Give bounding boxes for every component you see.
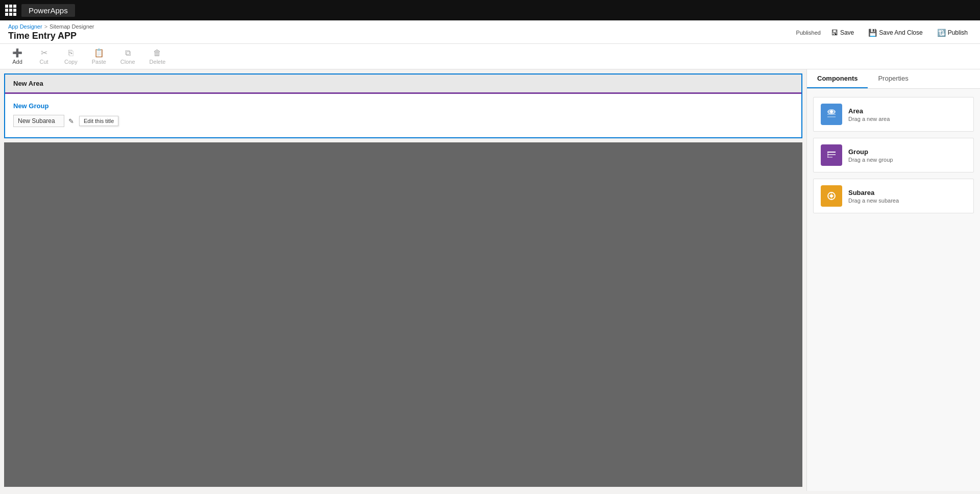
main-layout: New Area New Group New Subarea ✎ Edit th… — [0, 69, 980, 491]
paste-label: Paste — [92, 59, 106, 65]
save-close-icon: 💾 — [868, 29, 877, 37]
breadcrumb: App Designer > Sitemap Designer — [8, 23, 94, 30]
group-component-info: Group Drag a new group — [848, 148, 893, 163]
waffle-menu-icon[interactable] — [5, 5, 16, 16]
breadcrumb-separator: > — [44, 23, 47, 30]
save-close-label: Save And Close — [879, 29, 922, 36]
area-component-name: Area — [848, 107, 890, 115]
tab-components[interactable]: Components — [807, 69, 868, 88]
svg-rect-2 — [827, 152, 836, 153]
area-label: New Area — [13, 80, 43, 87]
component-card-group[interactable]: Group Drag a new group — [813, 138, 974, 172]
paste-icon: 📋 — [94, 48, 104, 58]
add-icon: ➕ — [12, 48, 22, 58]
area-component-info: Area Drag a new area — [848, 107, 890, 122]
breadcrumb-sitemap-designer: Sitemap Designer — [50, 23, 94, 30]
header-left: App Designer > Sitemap Designer Time Ent… — [8, 23, 94, 41]
right-panel: Components Properties Area Drag a ne — [806, 69, 980, 491]
published-status: Published — [796, 30, 821, 36]
group-component-name: Group — [848, 148, 893, 156]
subarea-row: New Subarea ✎ Edit this title — [13, 115, 793, 127]
toolbar-paste: 📋 Paste — [89, 47, 109, 66]
edit-subarea-button[interactable]: ✎ — [67, 116, 75, 126]
delete-icon: 🗑 — [153, 48, 161, 58]
publish-button[interactable]: 🔃 Publish — [933, 27, 972, 39]
toolbar-cut: ✂ Cut — [35, 47, 53, 66]
cut-icon: ✂ — [41, 48, 47, 58]
tab-properties[interactable]: Properties — [868, 69, 918, 88]
top-navigation-bar: PowerApps — [0, 0, 980, 20]
clone-label: Clone — [120, 59, 135, 65]
group-component-icon — [821, 144, 842, 166]
header-right: Published 🖫 Save 💾 Save And Close 🔃 Publ… — [796, 27, 972, 39]
breadcrumb-app-designer[interactable]: App Designer — [8, 23, 42, 30]
subarea-component-info: Subarea Drag a new subarea — [848, 189, 899, 204]
publish-label: Publish — [948, 29, 968, 36]
canvas-area: New Area New Group New Subarea ✎ Edit th… — [0, 69, 806, 491]
app-name-label: PowerApps — [21, 4, 75, 17]
copy-label: Copy — [64, 59, 78, 65]
component-card-area[interactable]: Area Drag a new area — [813, 97, 974, 132]
toolbar-add[interactable]: ➕ Add — [8, 47, 27, 66]
clone-icon: ⧉ — [125, 48, 131, 58]
edit-pencil-icon: ✎ — [68, 117, 74, 125]
cut-label: Cut — [39, 59, 48, 65]
subarea-component-desc: Drag a new subarea — [848, 197, 899, 204]
copy-icon: ⎘ — [68, 48, 74, 58]
subarea-component-name: Subarea — [848, 189, 899, 196]
svg-rect-3 — [827, 154, 836, 155]
toolbar-delete: 🗑 Delete — [146, 47, 169, 66]
page-title: Time Entry APP — [8, 31, 94, 41]
save-button[interactable]: 🖫 Save — [827, 27, 858, 39]
toolbar-copy: ⎘ Copy — [61, 47, 81, 66]
new-area-header: New Area — [5, 75, 801, 94]
toolbar-clone: ⧉ Clone — [117, 47, 138, 66]
svg-rect-5 — [827, 152, 828, 158]
panel-content: Area Drag a new area Group Drag a new — [807, 89, 980, 221]
subarea-component-icon — [821, 185, 842, 207]
save-and-close-button[interactable]: 💾 Save And Close — [864, 27, 926, 39]
group-component-desc: Drag a new group — [848, 157, 893, 163]
delete-label: Delete — [150, 59, 166, 65]
dark-canvas-area — [4, 142, 802, 487]
subarea-box[interactable]: New Subarea — [13, 115, 64, 127]
new-area-body: New Group New Subarea ✎ Edit this title — [5, 94, 801, 137]
toolbar: ➕ Add ✂ Cut ⎘ Copy 📋 Paste ⧉ Clone 🗑 Del… — [0, 44, 980, 69]
save-icon: 🖫 — [831, 29, 838, 37]
save-label: Save — [840, 29, 854, 36]
new-area-container: New Area New Group New Subarea ✎ Edit th… — [4, 73, 802, 138]
area-component-icon — [821, 104, 842, 125]
area-component-desc: Drag a new area — [848, 116, 890, 122]
panel-tabs: Components Properties — [807, 69, 980, 89]
header-row: App Designer > Sitemap Designer Time Ent… — [0, 20, 980, 44]
add-label: Add — [12, 59, 22, 65]
component-card-subarea[interactable]: Subarea Drag a new subarea — [813, 179, 974, 213]
edit-title-tooltip: Edit this title — [79, 116, 118, 126]
publish-icon: 🔃 — [937, 29, 946, 37]
new-group-title[interactable]: New Group — [13, 102, 793, 110]
